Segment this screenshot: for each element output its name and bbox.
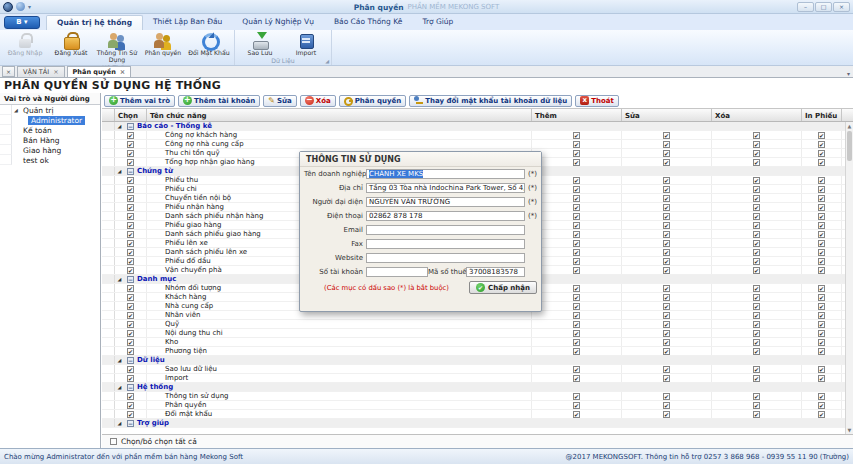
sua-checkbox[interactable]	[663, 204, 670, 211]
xoa-checkbox[interactable]	[753, 393, 760, 400]
quick-access-caret-icon[interactable]: ▾	[28, 3, 31, 10]
chon-checkbox[interactable]	[127, 312, 134, 319]
chon-checkbox[interactable]	[127, 159, 134, 166]
them-checkbox[interactable]	[573, 195, 580, 202]
them-checkbox[interactable]	[573, 330, 580, 337]
them-checkbox[interactable]	[573, 249, 580, 256]
dialog-field-input[interactable]	[366, 239, 525, 249]
in-phieu-checkbox[interactable]	[818, 339, 825, 346]
xoa-checkbox[interactable]	[753, 402, 760, 409]
dialog-field-input[interactable]: Tầng 03 Tòa nhà Indochina Park Tower, Số…	[366, 183, 525, 193]
in-phieu-checkbox[interactable]	[818, 240, 825, 247]
sua-checkbox[interactable]	[663, 411, 670, 418]
group-row[interactable]: ◢−Hệ thống	[102, 383, 853, 392]
chon-checkbox[interactable]	[127, 132, 134, 139]
them-checkbox[interactable]	[573, 339, 580, 346]
xoa-checkbox[interactable]	[753, 159, 760, 166]
sua-checkbox[interactable]	[663, 267, 670, 274]
ribbon-tab[interactable]: Quản trị hệ thống	[46, 15, 143, 30]
xoa-checkbox[interactable]	[753, 231, 760, 238]
grid-header-xoa[interactable]: Xóa	[712, 109, 802, 121]
in-phieu-checkbox[interactable]	[818, 159, 825, 166]
select-all-checkbox[interactable]	[110, 438, 117, 445]
toolbar-button[interactable]: +Thêm vai trò	[104, 95, 175, 107]
app-menu-button[interactable]: B ▾	[4, 16, 40, 29]
chon-checkbox[interactable]	[127, 375, 134, 382]
chon-checkbox[interactable]	[127, 330, 134, 337]
chon-checkbox[interactable]	[127, 186, 134, 193]
chon-checkbox[interactable]	[127, 240, 134, 247]
them-checkbox[interactable]	[573, 222, 580, 229]
them-checkbox[interactable]	[573, 303, 580, 310]
chon-checkbox[interactable]	[127, 339, 134, 346]
ribbon-button[interactable]: Đổi Mật Khẩu	[186, 31, 232, 64]
them-checkbox[interactable]	[573, 375, 580, 382]
xoa-checkbox[interactable]	[753, 303, 760, 310]
dialog-field-input[interactable]: CHÀNH XE MKS	[366, 169, 525, 179]
sua-checkbox[interactable]	[663, 249, 670, 256]
them-checkbox[interactable]	[573, 204, 580, 211]
them-checkbox[interactable]	[573, 402, 580, 409]
sua-checkbox[interactable]	[663, 321, 670, 328]
accept-button[interactable]: ✔ Chấp nhận	[469, 281, 537, 294]
sua-checkbox[interactable]	[663, 231, 670, 238]
them-checkbox[interactable]	[573, 366, 580, 373]
maximize-button[interactable]: □	[815, 2, 832, 12]
toolbar-button[interactable]: ✎Sửa	[263, 95, 296, 107]
chon-checkbox[interactable]	[127, 285, 134, 292]
xoa-checkbox[interactable]	[753, 321, 760, 328]
xoa-checkbox[interactable]	[753, 348, 760, 355]
doc-tab[interactable]: VẬN TẢI×	[17, 66, 65, 77]
in-phieu-checkbox[interactable]	[818, 150, 825, 157]
grid-header-ten-chuc-nang[interactable]: Tên chức năng	[147, 109, 532, 121]
xoa-checkbox[interactable]	[753, 213, 760, 220]
xoa-checkbox[interactable]	[753, 294, 760, 301]
chon-checkbox[interactable]	[127, 402, 134, 409]
xoa-checkbox[interactable]	[753, 150, 760, 157]
in-phieu-checkbox[interactable]	[818, 132, 825, 139]
in-phieu-checkbox[interactable]	[818, 348, 825, 355]
them-checkbox[interactable]	[573, 141, 580, 148]
toolbar-button[interactable]: xThoát	[575, 95, 619, 107]
xoa-checkbox[interactable]	[753, 411, 760, 418]
them-checkbox[interactable]	[573, 132, 580, 139]
toolbar-button[interactable]: +Thêm tài khoản	[178, 95, 260, 107]
them-checkbox[interactable]	[573, 186, 580, 193]
xoa-checkbox[interactable]	[753, 267, 760, 274]
group-collapse-icon[interactable]: −	[127, 123, 134, 130]
in-phieu-checkbox[interactable]	[818, 312, 825, 319]
xoa-checkbox[interactable]	[753, 141, 760, 148]
them-checkbox[interactable]	[573, 411, 580, 418]
in-phieu-checkbox[interactable]	[818, 222, 825, 229]
in-phieu-checkbox[interactable]	[818, 393, 825, 400]
tree-node[interactable]: Giao hàng	[0, 145, 100, 155]
grid-header-them[interactable]: Thêm	[532, 109, 622, 121]
grid-header-sua[interactable]: Sửa	[622, 109, 712, 121]
close-button[interactable]: ×	[833, 2, 850, 12]
in-phieu-checkbox[interactable]	[818, 177, 825, 184]
them-checkbox[interactable]	[573, 150, 580, 157]
scroll-thumb[interactable]	[847, 131, 852, 161]
xoa-checkbox[interactable]	[753, 186, 760, 193]
group-expander-icon[interactable]: ◢	[115, 122, 125, 130]
sua-checkbox[interactable]	[663, 240, 670, 247]
them-checkbox[interactable]	[573, 240, 580, 247]
sua-checkbox[interactable]	[663, 195, 670, 202]
group-launcher-icon[interactable]: ◢	[325, 58, 329, 64]
them-checkbox[interactable]	[573, 231, 580, 238]
xoa-checkbox[interactable]	[753, 366, 760, 373]
xoa-checkbox[interactable]	[753, 195, 760, 202]
group-row[interactable]: ◢−Trợ giúp	[102, 419, 853, 428]
them-checkbox[interactable]	[573, 285, 580, 292]
sua-checkbox[interactable]	[663, 402, 670, 409]
in-phieu-checkbox[interactable]	[818, 366, 825, 373]
sua-checkbox[interactable]	[663, 159, 670, 166]
sua-checkbox[interactable]	[663, 186, 670, 193]
ribbon-button[interactable]: Import	[283, 31, 329, 57]
sua-checkbox[interactable]	[663, 285, 670, 292]
ribbon-tab[interactable]: Báo Cáo Thống Kê	[324, 15, 413, 30]
ribbon-tab[interactable]: Quản Lý Nghiệp Vụ	[232, 15, 324, 30]
dialog-field-input[interactable]: NGUYỄN VĂN TRƯỜNG	[366, 197, 525, 207]
in-phieu-checkbox[interactable]	[818, 249, 825, 256]
group-row[interactable]: ◢−Báo cáo - Thống kê	[102, 122, 853, 131]
